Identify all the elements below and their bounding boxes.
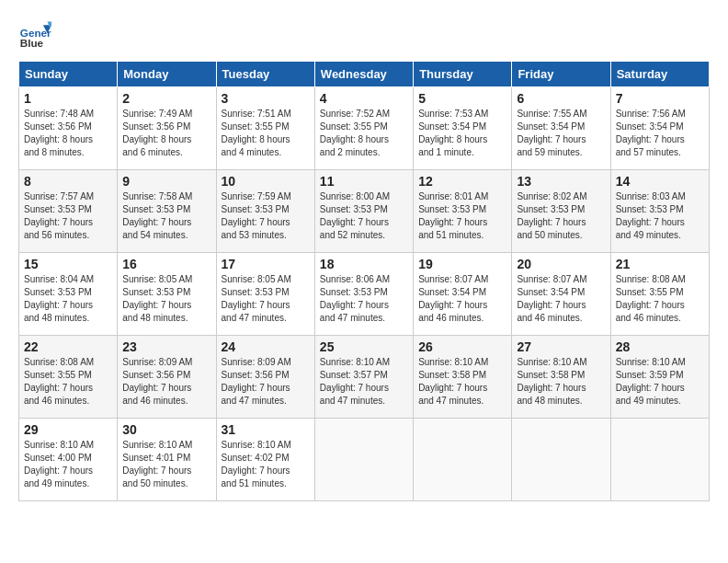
calendar-cell: 21Sunrise: 8:08 AM Sunset: 3:55 PM Dayli… — [610, 253, 709, 336]
day-info: Sunrise: 8:08 AM Sunset: 3:55 PM Dayligh… — [616, 273, 704, 325]
day-number: 18 — [320, 257, 408, 271]
day-info: Sunrise: 7:58 AM Sunset: 3:53 PM Dayligh… — [122, 190, 210, 242]
column-header-monday: Monday — [118, 62, 216, 87]
calendar-week-row: 8Sunrise: 7:57 AM Sunset: 3:53 PM Daylig… — [19, 170, 710, 253]
day-info: Sunrise: 8:10 AM Sunset: 4:02 PM Dayligh… — [222, 439, 310, 490]
day-info: Sunrise: 8:09 AM Sunset: 3:56 PM Dayligh… — [222, 356, 310, 408]
day-number: 5 — [418, 91, 506, 106]
day-number: 31 — [222, 422, 310, 437]
day-number: 14 — [616, 174, 704, 189]
calendar-cell: 1Sunrise: 7:48 AM Sunset: 3:56 PM Daylig… — [19, 87, 118, 170]
day-info: Sunrise: 8:07 AM Sunset: 3:54 PM Dayligh… — [517, 273, 605, 325]
calendar-cell: 6Sunrise: 7:55 AM Sunset: 3:54 PM Daylig… — [512, 87, 610, 170]
day-number: 8 — [24, 174, 112, 189]
day-info: Sunrise: 8:00 AM Sunset: 3:53 PM Dayligh… — [320, 190, 408, 242]
day-number: 12 — [418, 174, 506, 189]
calendar-week-row: 22Sunrise: 8:08 AM Sunset: 3:55 PM Dayli… — [19, 336, 710, 419]
calendar-cell: 17Sunrise: 8:05 AM Sunset: 3:53 PM Dayli… — [216, 253, 314, 336]
day-info: Sunrise: 8:10 AM Sunset: 3:59 PM Dayligh… — [616, 356, 704, 408]
day-number: 15 — [24, 257, 112, 271]
calendar-cell: 27Sunrise: 8:10 AM Sunset: 3:58 PM Dayli… — [512, 336, 610, 419]
day-number: 17 — [222, 257, 310, 271]
day-info: Sunrise: 7:48 AM Sunset: 3:56 PM Dayligh… — [24, 108, 112, 159]
day-info: Sunrise: 8:07 AM Sunset: 3:54 PM Dayligh… — [418, 273, 506, 325]
calendar-cell: 18Sunrise: 8:06 AM Sunset: 3:53 PM Dayli… — [314, 253, 413, 336]
calendar-cell: 19Sunrise: 8:07 AM Sunset: 3:54 PM Dayli… — [414, 253, 512, 336]
calendar-cell: 20Sunrise: 8:07 AM Sunset: 3:54 PM Dayli… — [512, 253, 610, 336]
day-info: Sunrise: 8:02 AM Sunset: 3:53 PM Dayligh… — [517, 190, 605, 242]
day-number: 6 — [517, 91, 605, 106]
day-number: 25 — [320, 339, 408, 354]
calendar-cell — [610, 419, 709, 501]
day-number: 7 — [616, 91, 704, 106]
day-info: Sunrise: 7:53 AM Sunset: 3:54 PM Dayligh… — [418, 108, 506, 159]
calendar-cell: 29Sunrise: 8:10 AM Sunset: 4:00 PM Dayli… — [19, 419, 118, 501]
calendar-header-row: SundayMondayTuesdayWednesdayThursdayFrid… — [19, 62, 710, 87]
calendar-week-row: 29Sunrise: 8:10 AM Sunset: 4:00 PM Dayli… — [19, 419, 710, 501]
calendar-cell: 22Sunrise: 8:08 AM Sunset: 3:55 PM Dayli… — [19, 336, 118, 419]
day-number: 9 — [122, 174, 210, 189]
day-info: Sunrise: 7:51 AM Sunset: 3:55 PM Dayligh… — [222, 108, 310, 159]
column-header-wednesday: Wednesday — [314, 62, 413, 87]
day-info: Sunrise: 7:59 AM Sunset: 3:53 PM Dayligh… — [222, 190, 310, 242]
day-number: 26 — [418, 339, 506, 354]
column-header-saturday: Saturday — [610, 62, 709, 87]
page-header: General Blue — [18, 18, 710, 52]
calendar-table: SundayMondayTuesdayWednesdayThursdayFrid… — [18, 61, 710, 501]
day-number: 21 — [616, 257, 704, 271]
day-number: 20 — [517, 257, 605, 271]
calendar-cell: 14Sunrise: 8:03 AM Sunset: 3:53 PM Dayli… — [610, 170, 709, 253]
day-info: Sunrise: 8:10 AM Sunset: 4:01 PM Dayligh… — [122, 439, 210, 490]
day-info: Sunrise: 7:52 AM Sunset: 3:55 PM Dayligh… — [320, 108, 408, 159]
day-number: 27 — [517, 339, 605, 354]
day-info: Sunrise: 8:10 AM Sunset: 3:58 PM Dayligh… — [418, 356, 506, 408]
calendar-cell: 28Sunrise: 8:10 AM Sunset: 3:59 PM Dayli… — [610, 336, 709, 419]
day-info: Sunrise: 8:10 AM Sunset: 3:57 PM Dayligh… — [320, 356, 408, 408]
day-info: Sunrise: 7:49 AM Sunset: 3:56 PM Dayligh… — [122, 108, 210, 159]
calendar-cell — [512, 419, 610, 501]
day-number: 30 — [122, 422, 210, 437]
calendar-cell: 13Sunrise: 8:02 AM Sunset: 3:53 PM Dayli… — [512, 170, 610, 253]
calendar-cell: 24Sunrise: 8:09 AM Sunset: 3:56 PM Dayli… — [216, 336, 314, 419]
calendar-cell: 3Sunrise: 7:51 AM Sunset: 3:55 PM Daylig… — [216, 87, 314, 170]
day-info: Sunrise: 8:04 AM Sunset: 3:53 PM Dayligh… — [24, 273, 112, 325]
calendar-cell: 30Sunrise: 8:10 AM Sunset: 4:01 PM Dayli… — [118, 419, 216, 501]
logo: General Blue — [18, 18, 57, 52]
logo-icon: General Blue — [18, 18, 51, 52]
calendar-cell — [314, 419, 413, 501]
column-header-tuesday: Tuesday — [216, 62, 314, 87]
day-number: 23 — [122, 339, 210, 354]
column-header-friday: Friday — [512, 62, 610, 87]
calendar-cell: 2Sunrise: 7:49 AM Sunset: 3:56 PM Daylig… — [118, 87, 216, 170]
day-number: 29 — [24, 422, 112, 437]
day-number: 28 — [616, 339, 704, 354]
calendar-cell: 23Sunrise: 8:09 AM Sunset: 3:56 PM Dayli… — [118, 336, 216, 419]
day-info: Sunrise: 8:05 AM Sunset: 3:53 PM Dayligh… — [222, 273, 310, 325]
calendar-cell: 8Sunrise: 7:57 AM Sunset: 3:53 PM Daylig… — [19, 170, 118, 253]
day-info: Sunrise: 8:10 AM Sunset: 3:58 PM Dayligh… — [517, 356, 605, 408]
day-info: Sunrise: 8:06 AM Sunset: 3:53 PM Dayligh… — [320, 273, 408, 325]
column-header-sunday: Sunday — [19, 62, 118, 87]
day-number: 13 — [517, 174, 605, 189]
calendar-cell: 31Sunrise: 8:10 AM Sunset: 4:02 PM Dayli… — [216, 419, 314, 501]
calendar-cell: 25Sunrise: 8:10 AM Sunset: 3:57 PM Dayli… — [314, 336, 413, 419]
day-info: Sunrise: 8:10 AM Sunset: 4:00 PM Dayligh… — [24, 439, 112, 490]
day-info: Sunrise: 8:01 AM Sunset: 3:53 PM Dayligh… — [418, 190, 506, 242]
day-number: 10 — [222, 174, 310, 189]
calendar-cell: 9Sunrise: 7:58 AM Sunset: 3:53 PM Daylig… — [118, 170, 216, 253]
day-number: 24 — [222, 339, 310, 354]
calendar-cell: 5Sunrise: 7:53 AM Sunset: 3:54 PM Daylig… — [414, 87, 512, 170]
day-info: Sunrise: 7:55 AM Sunset: 3:54 PM Dayligh… — [517, 108, 605, 159]
day-number: 4 — [320, 91, 408, 106]
calendar-cell: 4Sunrise: 7:52 AM Sunset: 3:55 PM Daylig… — [314, 87, 413, 170]
day-info: Sunrise: 7:57 AM Sunset: 3:53 PM Dayligh… — [24, 190, 112, 242]
svg-text:Blue: Blue — [20, 37, 44, 49]
day-info: Sunrise: 8:08 AM Sunset: 3:55 PM Dayligh… — [24, 356, 112, 408]
day-number: 22 — [24, 339, 112, 354]
calendar-week-row: 15Sunrise: 8:04 AM Sunset: 3:53 PM Dayli… — [19, 253, 710, 336]
day-number: 3 — [222, 91, 310, 106]
day-number: 2 — [122, 91, 210, 106]
day-info: Sunrise: 7:56 AM Sunset: 3:54 PM Dayligh… — [616, 108, 704, 159]
day-info: Sunrise: 8:05 AM Sunset: 3:53 PM Dayligh… — [122, 273, 210, 325]
day-info: Sunrise: 8:03 AM Sunset: 3:53 PM Dayligh… — [616, 190, 704, 242]
